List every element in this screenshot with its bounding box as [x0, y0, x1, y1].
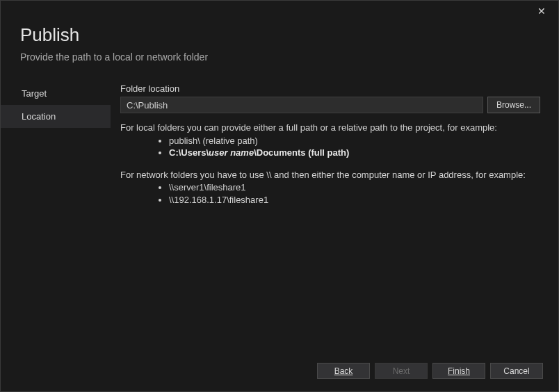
- cancel-button[interactable]: Cancel: [490, 363, 543, 379]
- dialog-header: Publish Provide the path to a local or n…: [1, 1, 558, 63]
- folder-location-input[interactable]: [120, 97, 483, 113]
- help-local-example-full: C:\Users\user name\Documents (full path): [169, 147, 540, 159]
- dialog-subtitle: Provide the path to a local or network f…: [20, 51, 539, 63]
- dialog-title: Publish: [20, 24, 539, 46]
- nav-item-target[interactable]: Target: [1, 82, 111, 105]
- folder-location-label: Folder location: [120, 83, 540, 94]
- help-network-example-ip: \\192.168.1.17\fileshare1: [169, 194, 540, 206]
- next-button: Next: [375, 363, 428, 379]
- close-icon[interactable]: ✕: [532, 3, 551, 19]
- wizard-content: Folder location Browse... For local fold…: [111, 82, 558, 215]
- dialog-footer: Back Next Finish Cancel: [1, 354, 558, 391]
- back-button[interactable]: Back: [317, 363, 370, 379]
- help-local-example-relative: publish\ (relative path): [169, 135, 540, 147]
- help-local-intro: For local folders you can provide either…: [120, 122, 540, 134]
- finish-button[interactable]: Finish: [432, 363, 485, 379]
- nav-item-location[interactable]: Location: [1, 105, 111, 128]
- help-text: For local folders you can provide either…: [120, 122, 540, 206]
- help-network-example-name: \\server1\fileshare1: [169, 181, 540, 194]
- help-network-intro: For network folders you have to use \\ a…: [120, 169, 540, 181]
- browse-button[interactable]: Browse...: [487, 97, 540, 113]
- wizard-nav: Target Location: [1, 82, 111, 215]
